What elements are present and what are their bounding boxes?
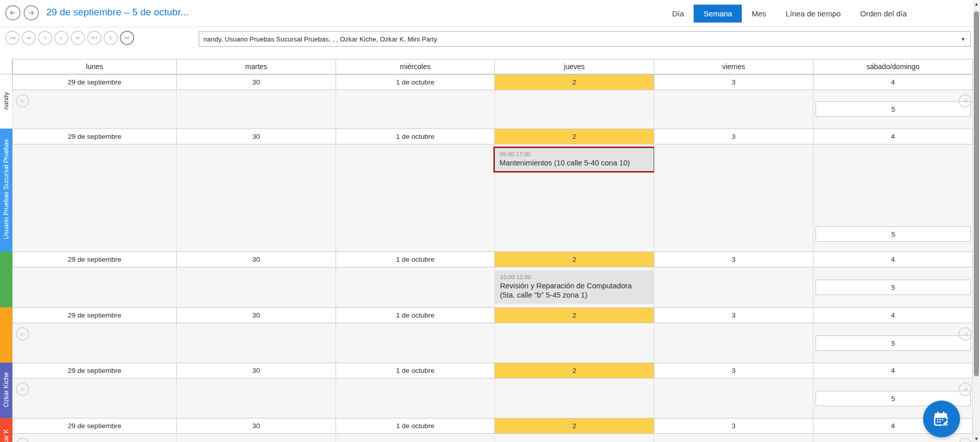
day-cell-miercoles[interactable] [336,90,495,129]
date-cell-miercoles[interactable]: 1 de octubre [336,129,495,144]
prev-appointment-arrow[interactable] [16,438,29,442]
new-appointment-fab[interactable] [923,401,960,437]
tab-mes[interactable]: Mes [742,5,776,23]
day-cell-jueves[interactable] [495,323,654,363]
date-cell-miercoles[interactable]: 1 de octubre [336,418,495,434]
day-cell-martes[interactable] [177,434,336,442]
resource-filter-input[interactable] [199,35,961,43]
day-cell-martes[interactable] [177,323,336,363]
date-cell-martes[interactable]: 30 [177,129,336,144]
prev-appointment-arrow[interactable] [16,94,29,108]
day-cell-viernes[interactable] [654,378,814,418]
prev-appointment-arrow[interactable] [16,327,29,341]
date-cell-jueves[interactable]: 2 [495,418,654,434]
forward-button[interactable] [54,31,69,45]
day-cell-lunes[interactable] [12,323,177,363]
next-appointment-arrow[interactable] [958,327,972,341]
day-cell-lunes[interactable] [12,434,177,442]
day-cell-lunes[interactable] [12,267,177,307]
day-cell-sabado-domingo[interactable]: 5 [814,90,973,129]
day-cell-miercoles[interactable] [336,378,495,418]
last-button[interactable] [87,31,101,45]
date-cell-martes[interactable]: 30 [177,74,336,90]
day-cell-jueves[interactable] [495,378,654,418]
previous-period-button[interactable] [5,5,20,20]
first-button[interactable] [5,31,19,45]
date-cell-lunes[interactable]: 29 de septiembre [12,307,177,323]
resource-band[interactable]: Ozkar Kiche [0,363,12,418]
fast-forward-button[interactable] [71,31,85,45]
scrollbar-thumb[interactable] [974,11,979,376]
tab-semana[interactable]: Semana [694,5,742,23]
date-cell-lunes[interactable]: 29 de septiembre [12,363,177,378]
scroll-down-arrow-icon[interactable]: ▼ [973,436,980,441]
day-cell-sabado-domingo[interactable]: 5 [814,144,973,251]
date-cell-miercoles[interactable]: 1 de octubre [336,307,495,323]
date-cell-jueves[interactable]: 2 [495,307,654,323]
date-cell-jueves[interactable]: 2 [495,363,654,378]
day-cell-jueves[interactable]: 09:00 17:00 Mantenimientos (10 calle 5-4… [495,144,654,251]
date-cell-sabado[interactable]: 4 [814,74,973,90]
day-cell-jueves[interactable]: 10:00 12:00 Revisión y Reparación de Com… [495,267,654,307]
tab-orden-del-dia[interactable]: Orden del día [850,5,916,23]
day-cell-lunes[interactable] [12,378,177,418]
date-cell-jueves[interactable]: 2 [495,129,654,144]
day-cell-miercoles[interactable] [336,267,495,307]
prev-appointment-arrow[interactable] [16,383,29,396]
day-cell-viernes[interactable] [654,144,814,251]
day-cell-miercoles[interactable] [336,434,495,442]
next-appointment-arrow[interactable] [958,438,972,442]
zoom-out-button[interactable] [120,31,134,45]
date-cell-sabado[interactable]: 4 [814,307,973,323]
date-cell-lunes[interactable]: 29 de septiembre [12,418,177,434]
date-cell-miercoles[interactable]: 1 de octubre [336,363,495,378]
tab-linea-de-tiempo[interactable]: Línea de tiempo [776,5,851,23]
resource-filter-combobox[interactable]: ▼ [199,31,971,47]
date-cell-viernes[interactable]: 3 [654,251,814,267]
day-cell-martes[interactable] [177,144,336,251]
next-period-button[interactable] [24,5,39,20]
date-cell-viernes[interactable]: 3 [654,418,814,434]
day-cell-sabado-domingo[interactable]: 5 [814,323,973,363]
day-cell-lunes[interactable] [12,90,177,129]
date-cell-jueves[interactable]: 2 [495,74,654,90]
date-cell-viernes[interactable]: 3 [654,363,814,378]
resource-band[interactable]: nandy [0,74,12,129]
day-cell-martes[interactable] [177,267,336,307]
day-cell-lunes[interactable] [12,144,177,251]
next-appointment-arrow[interactable] [958,383,972,396]
resource-band[interactable] [0,251,12,307]
sunday-date-box[interactable]: 5 [816,101,971,117]
date-cell-martes[interactable]: 30 [177,251,336,267]
resource-band[interactable]: Ozkar K [0,418,12,442]
appointment[interactable]: 10:00 12:00 Revisión y Reparación de Com… [495,270,654,304]
date-cell-martes[interactable]: 30 [177,307,336,323]
date-cell-sabado[interactable]: 4 [814,251,973,267]
backward-button[interactable] [38,31,52,45]
day-cell-jueves[interactable] [495,434,654,442]
day-cell-martes[interactable] [177,90,336,129]
appointment[interactable]: 09:00 17:00 Mantenimientos (10 calle 5-4… [493,146,655,173]
date-cell-sabado[interactable]: 4 [814,363,973,378]
day-cell-viernes[interactable] [654,434,814,442]
date-cell-lunes[interactable]: 29 de septiembre [12,251,177,267]
date-cell-lunes[interactable]: 29 de septiembre [12,74,177,90]
tab-dia[interactable]: Día [662,5,694,23]
sunday-date-box[interactable]: 5 [816,226,971,242]
date-cell-miercoles[interactable]: 1 de octubre [336,74,495,90]
date-cell-lunes[interactable]: 29 de septiembre [12,129,177,144]
day-cell-sabado-domingo[interactable]: 5 [814,267,973,307]
sunday-date-box[interactable]: 5 [816,335,971,351]
day-cell-miercoles[interactable] [336,323,495,363]
day-cell-viernes[interactable] [654,267,814,307]
resource-band[interactable] [0,307,12,363]
day-cell-miercoles[interactable] [336,144,495,251]
day-cell-martes[interactable] [177,378,336,418]
date-cell-viernes[interactable]: 3 [654,129,814,144]
sunday-date-box[interactable]: 5 [816,280,971,295]
date-cell-martes[interactable]: 30 [177,418,336,434]
date-cell-viernes[interactable]: 3 [654,74,814,90]
date-cell-viernes[interactable]: 3 [654,307,814,323]
day-cell-viernes[interactable] [654,90,814,129]
resource-band[interactable]: Usuario Pruebas Sucursal Pruebas [0,129,12,251]
